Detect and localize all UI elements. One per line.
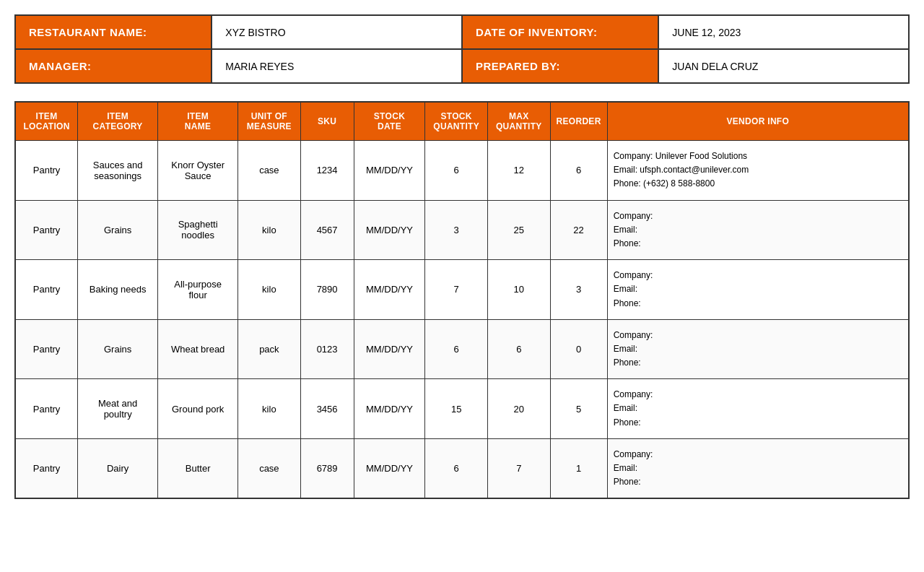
cell-name: Spaghetti noodles bbox=[158, 200, 238, 260]
restaurant-value: XYZ BISTRO bbox=[212, 15, 462, 49]
table-row: PantryDairyButtercase6789MM/DD/YY671Comp… bbox=[15, 438, 909, 498]
date-label: DATE OF INVENTORY: bbox=[462, 15, 658, 49]
cell-stockdate: MM/DD/YY bbox=[354, 319, 425, 379]
manager-label: MANAGER: bbox=[15, 49, 212, 83]
cell-location: Pantry bbox=[15, 260, 78, 320]
cell-location: Pantry bbox=[15, 141, 78, 201]
cell-category: Grains bbox=[78, 319, 158, 379]
cell-stockdate: MM/DD/YY bbox=[354, 260, 425, 320]
cell-reorder: 3 bbox=[550, 260, 607, 320]
col-header-category: ITEMCATEGORY bbox=[78, 102, 158, 141]
table-row: PantryMeat and poultryGround porkkilo345… bbox=[15, 379, 909, 439]
cell-vendor: Company: Unilever Food SolutionsEmail: u… bbox=[607, 141, 909, 201]
cell-category: Sauces and seasonings bbox=[78, 141, 158, 201]
cell-sku: 1234 bbox=[300, 141, 354, 201]
cell-location: Pantry bbox=[15, 438, 78, 498]
cell-sku: 0123 bbox=[300, 319, 354, 379]
col-header-unit: UNIT OFMEASURE bbox=[238, 102, 301, 141]
table-row: PantryGrainsWheat breadpack0123MM/DD/YY6… bbox=[15, 319, 909, 379]
cell-sku: 3456 bbox=[300, 379, 354, 439]
table-row: PantrySauces and seasoningsKnorr Oyster … bbox=[15, 141, 909, 201]
table-row: PantryBaking needsAll-purpose flourkilo7… bbox=[15, 260, 909, 320]
cell-vendor: Company:Email:Phone: bbox=[607, 200, 909, 260]
cell-stockqty: 6 bbox=[425, 141, 488, 201]
cell-stockdate: MM/DD/YY bbox=[354, 141, 425, 201]
cell-vendor: Company:Email:Phone: bbox=[607, 319, 909, 379]
cell-maxqty: 7 bbox=[487, 438, 550, 498]
col-header-sku: SKU bbox=[300, 102, 354, 141]
table-row: PantryGrainsSpaghetti noodleskilo4567MM/… bbox=[15, 200, 909, 260]
cell-location: Pantry bbox=[15, 200, 78, 260]
cell-category: Grains bbox=[78, 200, 158, 260]
cell-sku: 4567 bbox=[300, 200, 354, 260]
restaurant-label: RESTAURANT NAME: bbox=[15, 15, 212, 49]
cell-category: Meat and poultry bbox=[78, 379, 158, 439]
cell-maxqty: 25 bbox=[487, 200, 550, 260]
cell-sku: 6789 bbox=[300, 438, 354, 498]
col-header-vendor: VENDOR INFO bbox=[607, 102, 909, 141]
cell-vendor: Company:Email:Phone: bbox=[607, 260, 909, 320]
cell-stockqty: 3 bbox=[425, 200, 488, 260]
cell-category: Dairy bbox=[78, 438, 158, 498]
cell-unit: kilo bbox=[238, 200, 301, 260]
cell-stockdate: MM/DD/YY bbox=[354, 200, 425, 260]
cell-vendor: Company:Email:Phone: bbox=[607, 438, 909, 498]
cell-name: Wheat bread bbox=[158, 319, 238, 379]
cell-reorder: 6 bbox=[550, 141, 607, 201]
cell-unit: kilo bbox=[238, 379, 301, 439]
prepared-value: JUAN DELA CRUZ bbox=[658, 49, 909, 83]
cell-name: Butter bbox=[158, 438, 238, 498]
cell-maxqty: 10 bbox=[487, 260, 550, 320]
cell-stockdate: MM/DD/YY bbox=[354, 379, 425, 439]
cell-reorder: 1 bbox=[550, 438, 607, 498]
cell-maxqty: 6 bbox=[487, 319, 550, 379]
cell-reorder: 0 bbox=[550, 319, 607, 379]
cell-location: Pantry bbox=[15, 379, 78, 439]
col-header-stockqty: STOCKQUANTITY bbox=[425, 102, 488, 141]
cell-unit: kilo bbox=[238, 260, 301, 320]
col-header-stockdate: STOCKDATE bbox=[354, 102, 425, 141]
cell-stockqty: 15 bbox=[425, 379, 488, 439]
col-header-maxqty: MAXQUANTITY bbox=[487, 102, 550, 141]
cell-maxqty: 12 bbox=[487, 141, 550, 201]
header-table: RESTAURANT NAME: XYZ BISTRO DATE OF INVE… bbox=[14, 14, 910, 84]
cell-unit: case bbox=[238, 438, 301, 498]
date-value: JUNE 12, 2023 bbox=[658, 15, 909, 49]
cell-maxqty: 20 bbox=[487, 379, 550, 439]
inventory-table: ITEMLOCATION ITEMCATEGORY ITEMNAME UNIT … bbox=[14, 101, 910, 499]
cell-reorder: 5 bbox=[550, 379, 607, 439]
cell-stockqty: 6 bbox=[425, 319, 488, 379]
col-header-location: ITEMLOCATION bbox=[15, 102, 78, 141]
prepared-label: PREPARED BY: bbox=[462, 49, 658, 83]
cell-name: All-purpose flour bbox=[158, 260, 238, 320]
cell-name: Knorr Oyster Sauce bbox=[158, 141, 238, 201]
cell-unit: pack bbox=[238, 319, 301, 379]
cell-sku: 7890 bbox=[300, 260, 354, 320]
page-container: RESTAURANT NAME: XYZ BISTRO DATE OF INVE… bbox=[14, 14, 910, 499]
cell-stockqty: 6 bbox=[425, 438, 488, 498]
cell-category: Baking needs bbox=[78, 260, 158, 320]
cell-vendor: Company:Email:Phone: bbox=[607, 379, 909, 439]
col-header-reorder: REORDER bbox=[550, 102, 607, 141]
cell-stockqty: 7 bbox=[425, 260, 488, 320]
cell-location: Pantry bbox=[15, 319, 78, 379]
manager-value: MARIA REYES bbox=[212, 49, 462, 83]
cell-unit: case bbox=[238, 141, 301, 201]
cell-name: Ground pork bbox=[158, 379, 238, 439]
col-header-name: ITEMNAME bbox=[158, 102, 238, 141]
cell-stockdate: MM/DD/YY bbox=[354, 438, 425, 498]
cell-reorder: 22 bbox=[550, 200, 607, 260]
